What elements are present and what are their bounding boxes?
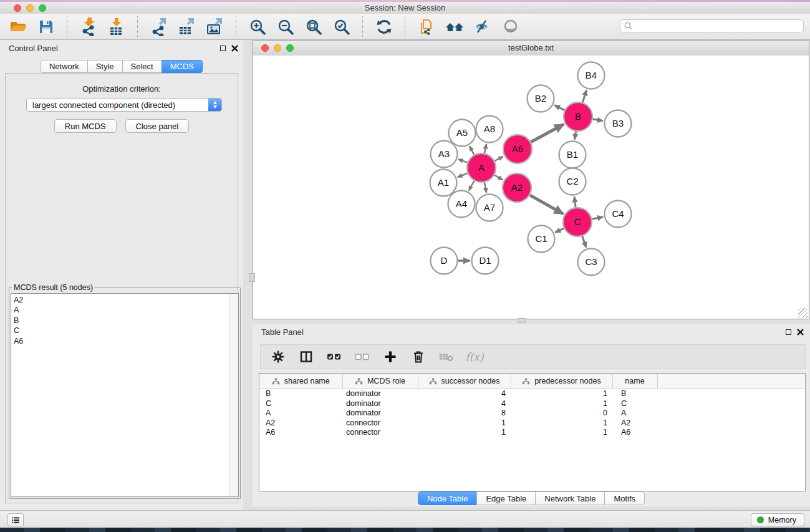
graph-node-C3[interactable]: C3 [578,249,605,276]
graph-node-B4[interactable]: B4 [578,62,605,89]
tab-style[interactable]: Style [87,60,123,73]
graph-node-C1[interactable]: C1 [528,226,555,253]
zoom-out-icon[interactable] [276,17,295,36]
tab-network[interactable]: Network [41,60,88,73]
close-panel-icon[interactable] [231,45,238,52]
mcds-result-item[interactable]: A2 [14,295,228,305]
zoom-fit-icon[interactable] [304,17,323,36]
graph-node-A2[interactable]: A2 [503,173,531,202]
network-canvas[interactable]: B4B2BB3A5A8A6A3B1AA1C2A2A4A7C4CC1DD1C3 [253,56,809,319]
edge-A2-C[interactable] [530,195,564,214]
settings-icon[interactable] [271,349,286,364]
edge-A-A3[interactable] [458,159,468,162]
clone-network-icon[interactable] [417,17,436,36]
graph-node-B3[interactable]: B3 [605,110,632,137]
edge-A-A6[interactable] [494,157,503,161]
graph-node-B2[interactable]: B2 [528,85,554,112]
deselect-all-icon[interactable] [355,349,370,364]
edge-A-A5[interactable] [470,146,475,155]
graph-node-A8[interactable]: A8 [476,116,503,143]
resize-grip[interactable] [798,308,808,317]
edge-A-A2[interactable] [494,175,503,180]
edge-A6-B[interactable] [531,124,564,142]
save-session-icon[interactable] [37,17,55,36]
float-table-panel-icon[interactable] [786,329,791,335]
graph-node-A[interactable]: A [467,153,496,182]
graph-node-C4[interactable]: C4 [605,201,632,228]
edge-B-B3[interactable] [593,119,603,121]
column-header[interactable]: successor nodes [418,374,511,389]
graph-node-A5[interactable]: A5 [449,120,476,147]
zoom-in-icon[interactable] [248,17,267,36]
column-header[interactable]: predecessor nodes [511,374,612,389]
close-panel-button[interactable]: Close panel [125,119,190,133]
graph-node-B[interactable]: B [564,102,592,131]
mcds-result-item[interactable]: B [14,316,228,326]
criterion-select[interactable]: largest connected component (directed) [26,98,222,112]
import-network-icon[interactable] [79,17,98,36]
edge-C-C4[interactable] [592,217,604,220]
refresh-layout-icon[interactable] [375,17,393,36]
table-row[interactable]: Cdominator41C [259,399,805,409]
run-mcds-button[interactable]: Run MCDS [54,119,117,133]
table-row[interactable]: Bdominator41B [259,389,805,399]
float-panel-icon[interactable] [220,46,226,51]
graph-node-D[interactable]: D [431,248,458,274]
canvas-scroll-thumb-bottom[interactable] [518,318,526,323]
tab-select[interactable]: Select [122,60,162,73]
edge-A-A4[interactable] [469,181,475,191]
show-view-icon[interactable] [501,17,520,36]
graph-node-C2[interactable]: C2 [559,168,586,195]
table-row[interactable]: Adominator80A [259,409,805,418]
close-table-panel-icon[interactable] [797,329,804,336]
column-header[interactable]: name [612,374,657,389]
panel-list-button[interactable] [7,513,24,526]
edge-A-A8[interactable] [485,144,486,153]
hide-details-icon[interactable] [473,17,492,36]
graph-node-A4[interactable]: A4 [448,191,475,218]
edge-B-B2[interactable] [554,105,564,110]
graph-node-A7[interactable]: A7 [476,195,503,221]
tab-node-table[interactable]: Node Table [418,491,478,505]
column-header[interactable]: MCDS role [342,374,418,389]
result-scrollbar[interactable] [229,294,238,496]
mcds-result-item[interactable]: C [14,326,228,336]
edge-C-C1[interactable] [555,228,564,233]
mcds-result-item[interactable]: A6 [14,336,228,346]
export-image-icon[interactable] [206,17,224,36]
edge-A-A7[interactable] [485,183,486,193]
edge-B-B1[interactable] [575,132,576,140]
import-table-icon[interactable] [107,17,126,36]
tab-network-table[interactable]: Network Table [535,491,605,505]
search-field[interactable] [620,19,804,32]
edge-B-B4[interactable] [582,90,586,102]
canvas-scroll-thumb-left[interactable] [249,273,255,282]
edge-C-C2[interactable] [574,196,576,207]
graph-node-A6[interactable]: A6 [503,135,532,163]
tab-motifs[interactable]: Motifs [604,491,645,505]
graph-node-A3[interactable]: A3 [431,141,458,168]
tab-edge-table[interactable]: Edge Table [476,491,536,505]
open-session-icon[interactable] [9,17,27,36]
graph-node-B1[interactable]: B1 [559,142,586,168]
memory-button[interactable]: Memory [751,513,804,526]
graph-node-A1[interactable]: A1 [430,170,457,196]
delete-column-icon[interactable] [411,349,426,364]
zoom-selected-icon[interactable] [332,17,351,36]
edge-A-A1[interactable] [458,173,468,177]
column-header[interactable]: shared name [259,374,342,389]
export-table-icon[interactable] [178,17,196,36]
node-table[interactable]: shared nameMCDS rolesuccessor nodesprede… [259,373,806,491]
search-input[interactable] [635,21,803,31]
add-column-icon[interactable] [383,349,398,364]
mcds-result-item[interactable]: A [14,305,228,315]
table-row[interactable]: A2connector11A2 [259,418,805,428]
graph-node-D1[interactable]: D1 [472,248,499,274]
edge-C-C3[interactable] [582,236,586,248]
home-layout-icon[interactable] [445,17,464,36]
graph-node-C[interactable]: C [563,208,592,236]
select-all-icon[interactable] [327,349,342,364]
table-row[interactable]: A6connector11A6 [259,428,805,438]
export-network-icon[interactable] [150,17,168,36]
tab-mcds[interactable]: MCDS [162,60,203,73]
